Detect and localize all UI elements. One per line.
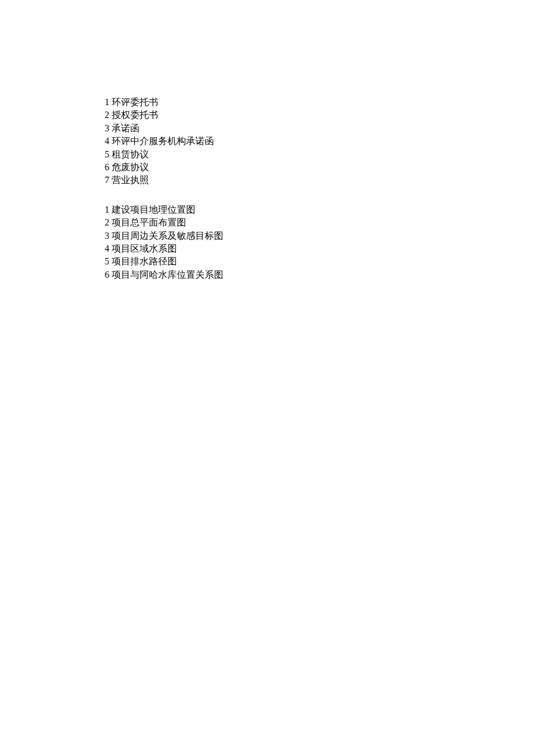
item-number: 3 — [105, 122, 109, 135]
item-label: 项目周边关系及敏感目标图 — [112, 230, 223, 242]
item-label: 项目区域水系图 — [112, 242, 177, 255]
list-item: 2 授权委托书 — [105, 109, 535, 121]
item-label: 租赁协议 — [112, 148, 149, 161]
item-number: 2 — [105, 216, 109, 229]
list-item: 5 项目排水路径图 — [105, 255, 535, 268]
list-item: 6 项目与阿哈水库位置关系图 — [105, 268, 535, 281]
item-label: 环评委托书 — [112, 96, 158, 109]
item-label: 项目与阿哈水库位置关系图 — [112, 268, 223, 281]
item-label: 建设项目地理位置图 — [112, 203, 195, 216]
item-label: 承诺函 — [112, 122, 140, 135]
item-label: 环评中介服务机构承诺函 — [112, 135, 214, 148]
list-item: 1 建设项目地理位置图 — [105, 203, 535, 216]
item-label: 危废协议 — [112, 161, 149, 174]
item-label: 营业执照 — [112, 174, 149, 187]
item-label: 项目总平面布置图 — [112, 216, 186, 229]
item-number: 7 — [105, 174, 109, 187]
item-number: 3 — [105, 230, 109, 242]
list-item: 4 项目区域水系图 — [105, 242, 535, 255]
document-page: 1 环评委托书 2 授权委托书 3 承诺函 4 环评中介服务机构承诺函 5 租赁… — [0, 0, 535, 281]
list-item: 6 危废协议 — [105, 161, 535, 174]
list-item: 5 租赁协议 — [105, 148, 535, 161]
list-item: 3 承诺函 — [105, 122, 535, 135]
item-number: 5 — [105, 255, 109, 268]
item-number: 1 — [105, 96, 109, 109]
item-number: 6 — [105, 268, 109, 281]
item-number: 6 — [105, 161, 109, 174]
list-item: 2 项目总平面布置图 — [105, 216, 535, 229]
attachment-list-1: 1 环评委托书 2 授权委托书 3 承诺函 4 环评中介服务机构承诺函 5 租赁… — [105, 96, 535, 187]
item-number: 4 — [105, 242, 109, 255]
item-number: 1 — [105, 203, 109, 216]
list-item: 1 环评委托书 — [105, 96, 535, 109]
item-number: 4 — [105, 135, 109, 148]
item-label: 项目排水路径图 — [112, 255, 177, 268]
item-label: 授权委托书 — [112, 109, 158, 121]
list-item: 3 项目周边关系及敏感目标图 — [105, 230, 535, 242]
attachment-list-2: 1 建设项目地理位置图 2 项目总平面布置图 3 项目周边关系及敏感目标图 4 … — [105, 203, 535, 281]
item-number: 5 — [105, 148, 109, 161]
list-item: 4 环评中介服务机构承诺函 — [105, 135, 535, 148]
list-item: 7 营业执照 — [105, 174, 535, 187]
item-number: 2 — [105, 109, 109, 121]
